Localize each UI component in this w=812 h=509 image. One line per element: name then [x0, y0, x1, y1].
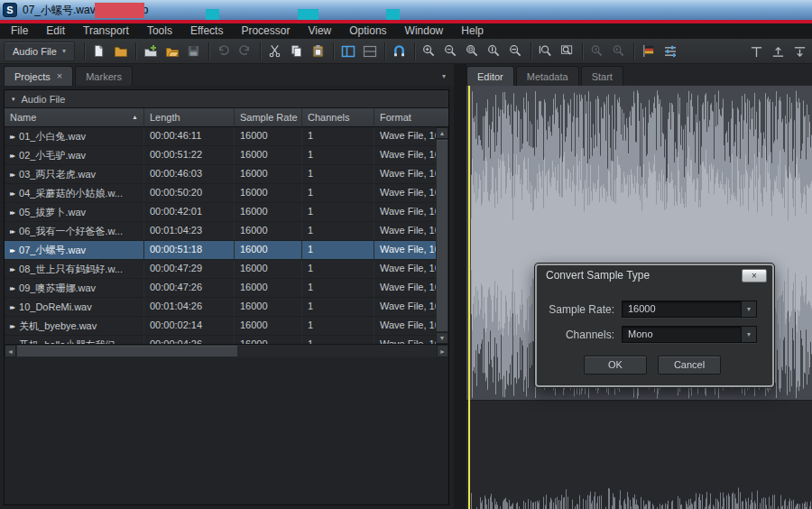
menu-window[interactable]: Window [396, 23, 453, 39]
scroll-up-icon[interactable]: ▲ [436, 127, 448, 139]
table-row[interactable]: ▸▸ 02_小毛驴.wav 00:00:51:22 16000 1 Wave F… [5, 146, 436, 165]
table-row[interactable]: ▸▸ 10_DoReMi.wav 00:01:04:26 16000 1 Wav… [5, 298, 436, 317]
zoom-selection-button[interactable] [462, 41, 484, 62]
copy-button[interactable] [286, 41, 308, 62]
file-channels: 1 [302, 203, 374, 221]
file-play-icon: ▸▸ [10, 299, 14, 316]
table-row[interactable]: ▸▸ 08_世上只有妈妈好.w... 00:00:47:29 16000 1 W… [5, 260, 436, 279]
zoom-in-button[interactable] [419, 41, 440, 62]
cut-button[interactable] [264, 41, 286, 62]
ok-button[interactable]: OK [584, 356, 647, 375]
table-row[interactable]: ▸▸ 关机_byebye.wav 00:00:02:14 16000 1 Wav… [5, 317, 436, 336]
right-tab-bar: Editor Metadata Start [466, 64, 812, 86]
column-header-name[interactable]: Name ▲ [5, 108, 144, 126]
vertical-scrollbar[interactable]: ▲ ▼ [436, 127, 448, 344]
column-header-channels[interactable]: Channels [302, 108, 374, 126]
tab-markers[interactable]: Markers [75, 66, 133, 86]
zoom-vertical-out-icon [509, 44, 522, 58]
paste-button[interactable] [308, 41, 329, 62]
column-header-length[interactable]: Length [144, 108, 235, 126]
open-file-button[interactable] [110, 41, 132, 62]
levels-button[interactable] [660, 41, 681, 62]
new-file-button[interactable] [88, 41, 110, 62]
close-icon[interactable]: × [57, 71, 62, 81]
table-row[interactable]: ▸▸ 01_小白兔.wav 00:00:46:11 16000 1 Wave F… [5, 127, 436, 146]
audio-file-section-header[interactable]: ▾ Audio File [5, 90, 448, 108]
zoom-bracket-button[interactable] [535, 41, 557, 62]
table-row[interactable]: ▸▸ 05_拔萝卜.wav 00:00:42:01 16000 1 Wave F… [5, 203, 436, 222]
table-row[interactable]: ▸▸ 09_噢苏珊娜.wav 00:00:47:26 16000 1 Wave … [5, 279, 436, 298]
sample-rate-select[interactable]: 16000 ▾ [622, 301, 757, 318]
cut-icon [268, 44, 281, 58]
tab-start[interactable]: Start [581, 66, 623, 86]
scroll-left-icon[interactable]: ◄ [5, 345, 16, 357]
menu-tools[interactable]: Tools [138, 23, 181, 39]
zoom-next-button[interactable] [608, 41, 630, 62]
horizontal-scroll-thumb[interactable] [16, 345, 238, 357]
dialog-close-button[interactable]: × [742, 269, 767, 282]
caret-down-icon[interactable]: ▾ [741, 301, 756, 317]
file-length: 00:00:04:26 [144, 336, 235, 344]
snap-button[interactable] [389, 41, 411, 62]
zoom-all-button[interactable] [557, 41, 578, 62]
snap-magnet-icon [392, 44, 406, 58]
audio-file-dropdown[interactable]: Audio File ▾ [4, 42, 75, 61]
file-channels: 1 [302, 165, 374, 183]
panel-layout-button[interactable] [337, 41, 359, 62]
redo-button[interactable] [235, 41, 256, 62]
scroll-down-icon[interactable]: ▼ [436, 332, 448, 344]
ruler-button[interactable] [745, 41, 767, 62]
zoom-vertical-out-button[interactable] [505, 41, 527, 62]
table-row[interactable]: ▸▸ 开机_hello小朋友我们... 00:00:04:26 16000 1 … [5, 336, 436, 344]
panel-layout-alt-button[interactable] [359, 41, 381, 62]
caret-down-icon[interactable]: ▾ [741, 327, 756, 342]
file-format: Wave File, 16-bit I [374, 184, 436, 202]
menu-effects[interactable]: Effects [181, 23, 232, 39]
panel-menu-caret-icon[interactable]: ▾ [442, 72, 446, 80]
column-header-format[interactable]: Format [374, 108, 448, 126]
save-button[interactable] [183, 41, 205, 62]
table-row[interactable]: ▸▸ 04_采蘑菇的小姑娘.w... 00:00:50:20 16000 1 W… [5, 184, 436, 203]
new-session-button[interactable] [140, 41, 161, 62]
zoom-prev-button[interactable] [586, 41, 608, 62]
channels-select[interactable]: Mono ▾ [622, 326, 757, 343]
undo-button[interactable] [213, 41, 235, 62]
horizontal-scrollbar[interactable]: ◄ ► [5, 344, 448, 357]
menu-help[interactable]: Help [452, 23, 493, 39]
file-name: 10_DoReMi.wav [19, 299, 92, 316]
app-window: S 07_小螺号.wav - Soundop File Edit Transpo… [0, 0, 812, 509]
file-sample-rate: 16000 [235, 222, 302, 240]
file-channels: 1 [302, 241, 374, 259]
menu-file[interactable]: File [2, 23, 37, 39]
scroll-right-icon[interactable]: ► [437, 345, 448, 357]
menu-transport[interactable]: Transport [74, 23, 138, 39]
open-folder-button[interactable] [161, 41, 183, 62]
file-play-icon: ▸▸ [10, 223, 14, 240]
menu-options[interactable]: Options [340, 23, 395, 39]
panel-splitter[interactable] [454, 64, 466, 509]
new-file-icon [92, 44, 106, 58]
tab-projects[interactable]: Projects × [4, 66, 73, 86]
table-row[interactable]: ▸▸ 07_小螺号.wav 00:00:51:18 16000 1 Wave F… [5, 241, 436, 260]
file-length: 00:00:42:01 [144, 203, 235, 221]
cancel-button[interactable]: Cancel [658, 356, 721, 375]
panel-layout-alt-icon [363, 44, 377, 59]
menu-edit[interactable]: Edit [37, 23, 74, 39]
insert-track-down-button[interactable] [789, 41, 810, 62]
menu-view[interactable]: View [299, 23, 340, 39]
vertical-scroll-thumb[interactable] [436, 139, 448, 332]
file-format: Wave File, 16-bit I [374, 260, 436, 278]
menu-processor[interactable]: Processor [232, 23, 299, 39]
sample-rate-value: 16000 [623, 301, 741, 317]
tab-editor[interactable]: Editor [466, 66, 514, 86]
tab-metadata[interactable]: Metadata [516, 66, 579, 86]
column-header-sample-rate[interactable]: Sample Rate [235, 108, 302, 126]
table-row[interactable]: ▸▸ 06_我有一个好爸爸.w... 00:01:04:23 16000 1 W… [5, 222, 436, 241]
table-row[interactable]: ▸▸ 03_两只老虎.wav 00:00:46:03 16000 1 Wave … [5, 165, 436, 184]
zoom-out-button[interactable] [440, 41, 462, 62]
file-format: Wave File, 16-bit I [374, 146, 436, 164]
paste-icon [311, 44, 325, 58]
language-flag-button[interactable] [638, 41, 660, 62]
zoom-vertical-in-button[interactable] [484, 41, 505, 62]
insert-track-up-button[interactable] [767, 41, 789, 62]
